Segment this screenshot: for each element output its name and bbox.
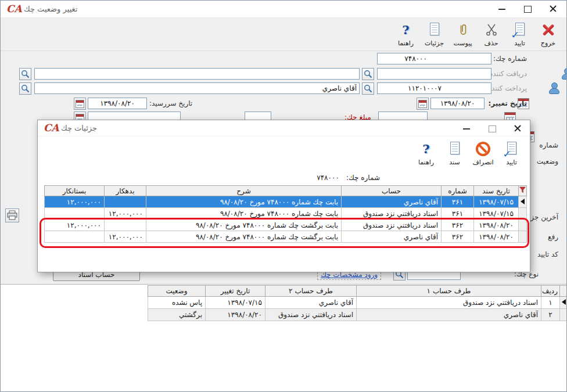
entry-row[interactable]: ۱۳۹۸/۰۸/۲۰ ۳۶۲ اسناد دريافتني نزد صندوق … (45, 220, 527, 231)
attach-button[interactable]: پيوست (449, 19, 476, 50)
due-date-label: تاريخ سررسيد: (149, 99, 192, 107)
dialog-minimize-button[interactable] (462, 124, 471, 132)
close-button[interactable] (549, 5, 557, 13)
search-icon (364, 84, 372, 93)
filter-icon (519, 186, 526, 193)
due-date-calendar-button[interactable] (74, 98, 86, 110)
entries-header-row: تاريخ سند شماره حساب شرح بدهكار بستانكار (45, 186, 527, 196)
cell-party2: آقاي ناصري (265, 297, 357, 309)
col-change-date-header: تاريخ تغيير (206, 286, 265, 297)
col-debit-header: بدهكار (105, 186, 146, 196)
history-row[interactable]: ۲ آقاي ناصري اسناد دريافتني نزد صندوق ۱۳… (148, 309, 567, 321)
receiver-search-button[interactable] (362, 68, 374, 80)
cell-debit (105, 196, 146, 208)
app-root: { "app": { "logo_text": "CA" }, "icons":… (0, 0, 567, 392)
dialog-cancel-button[interactable]: انصراف (469, 138, 497, 169)
dialog-title: جزئيات چك (61, 124, 97, 132)
history-row[interactable]: ۱ اسناد دريافتني نزد صندوق آقاي ناصري ۱۳… (148, 297, 567, 309)
check-history-table: رديف طرف حساب ۱ طرف حساب ۲ تاريخ تغيير و… (148, 285, 567, 321)
check-number-label: شماره چك: (493, 55, 527, 63)
dialog-help-button[interactable]: ? راهنما (412, 138, 440, 169)
cell-status: پاس نشده (148, 297, 206, 309)
cancel-icon (476, 142, 490, 156)
current-row-marker (562, 299, 566, 305)
cell-change-date: ۱۳۹۸/۰۷/۱۵ (206, 297, 265, 309)
cell-account: آقاي ناصري (342, 196, 442, 208)
dialog-check-number-value: ۷۴۸۰۰۰ (317, 174, 339, 182)
cell-debit: ۱۲,۰۰۰,۰۰۰ (105, 208, 146, 220)
help-button[interactable]: ? راهنما (392, 19, 419, 50)
dialog-confirm-button[interactable]: ✓ تاييد (498, 138, 525, 169)
cell-description: بابت چك شماره ۷۴۸۰۰۰ مورخ ۹۸/۰۸/۲۰ (146, 208, 342, 220)
entry-row[interactable]: ۱۳۹۸/۰۷/۱۵ ۳۶۱ اسناد دريافتني نزد صندوق … (45, 208, 527, 220)
cell-description: بابت برگشت چك شماره ۷۴۸۰۰۰ مورخ ۹۸/۰۸/۲۰ (146, 231, 342, 243)
cell-doc-date: ۱۳۹۸/۰۸/۲۰ (474, 220, 519, 231)
receiver-label: دريافت كننده: (487, 70, 527, 78)
cell-party1: آقاي ناصري (357, 309, 541, 321)
cell-number: ۳۶۱ (442, 196, 474, 208)
receiver-name-search-button[interactable] (19, 68, 31, 80)
cell-credit (45, 231, 105, 243)
col-number-header: شماره (442, 186, 474, 196)
exit-button[interactable]: خروج (534, 19, 562, 50)
payer-code-input[interactable] (377, 82, 491, 94)
side-label-number: شماره (539, 141, 558, 149)
col-description-header: شرح (146, 186, 342, 196)
receiver-person-icon[interactable] (562, 68, 567, 80)
dialog-close-button[interactable] (514, 124, 522, 132)
payer-search-button[interactable] (362, 82, 374, 95)
due-date-input[interactable] (88, 98, 147, 109)
dialog-controls (462, 120, 522, 136)
receiver-name-input[interactable] (34, 68, 360, 80)
cell-debit (105, 220, 146, 231)
cell-number: ۳۶۱ (442, 208, 474, 220)
main-toolbar: خروج ✓ تاييد حذف پيوست جزئيات ? راهنما (1, 18, 566, 51)
minimize-button[interactable] (498, 5, 506, 13)
col-party2-header: طرف حساب ۲ (265, 286, 357, 297)
confirm-button[interactable]: ✓ تاييد (506, 19, 533, 50)
payer-name-search-button[interactable] (19, 82, 31, 95)
window-title: تغيير وضعيت چك (24, 5, 77, 13)
cell-account: اسناد دريافتني نزد صندوق (342, 220, 442, 231)
cell-doc-date: ۱۳۹۸/۰۸/۲۰ (474, 231, 519, 243)
cell-party1: اسناد دريافتني نزد صندوق (357, 297, 541, 309)
col-row-header: رديف (541, 286, 560, 297)
cell-description: بابت چك شماره ۷۴۸۰۰۰ مورخ ۹۸/۰۸/۲۰ (146, 196, 342, 208)
filter-column-header[interactable] (519, 186, 527, 196)
payer-label: پرداخت كننده: (486, 84, 527, 92)
change-date-label: تاريخ تغيير: (488, 99, 527, 107)
search-icon (21, 70, 30, 78)
col-doc-date-header: تاريخ سند (474, 186, 519, 196)
change-date-calendar-button[interactable] (417, 98, 429, 110)
calendar-icon (418, 100, 427, 108)
delete-button[interactable]: حذف (478, 19, 505, 50)
voucher-doc-icon (448, 142, 461, 156)
paperclip-icon (457, 21, 469, 38)
app-logo: CA (6, 3, 22, 15)
window-controls (498, 1, 557, 17)
search-icon (364, 70, 372, 78)
payer-name-input[interactable] (34, 82, 360, 94)
print-button[interactable] (5, 208, 19, 222)
col-party1-header: طرف حساب ۱ (357, 286, 541, 297)
marker-column-header (560, 286, 567, 297)
entry-row[interactable]: ۱۳۹۸/۰۷/۱۵ ۳۶۱ آقاي ناصري بابت چك شماره … (45, 196, 527, 208)
maximize-button[interactable] (523, 5, 532, 13)
side-label-clear: رفع (548, 233, 558, 241)
cell-status: برگشتي (148, 309, 206, 321)
change-date-input[interactable] (430, 98, 485, 109)
check-details-dialog: CA جزئيات چك ✓ تاييد انصراف سند ? راهنما… (37, 120, 530, 272)
payer-person-icon[interactable] (549, 82, 559, 94)
entry-row[interactable]: ۱۳۹۸/۰۸/۲۰ ۳۶۲ آقاي ناصري بابت برگشت چك … (45, 231, 527, 243)
cell-credit: ۱۲,۰۰۰,۰۰۰ (45, 220, 105, 231)
dialog-voucher-button[interactable]: سند (441, 138, 468, 169)
exit-icon (541, 23, 555, 37)
history-header-row: رديف طرف حساب ۱ طرف حساب ۲ تاريخ تغيير و… (148, 286, 567, 297)
receiver-code-input[interactable] (377, 68, 491, 80)
current-row-marker (521, 199, 525, 204)
details-button[interactable]: جزئيات (421, 19, 448, 50)
cell-change-date: ۱۳۹۸/۰۸/۲۰ (206, 309, 265, 321)
dialog-maximize-button[interactable] (488, 124, 496, 132)
cell-account: اسناد دريافتني نزد صندوق (342, 208, 442, 220)
check-number-input[interactable] (377, 53, 491, 64)
